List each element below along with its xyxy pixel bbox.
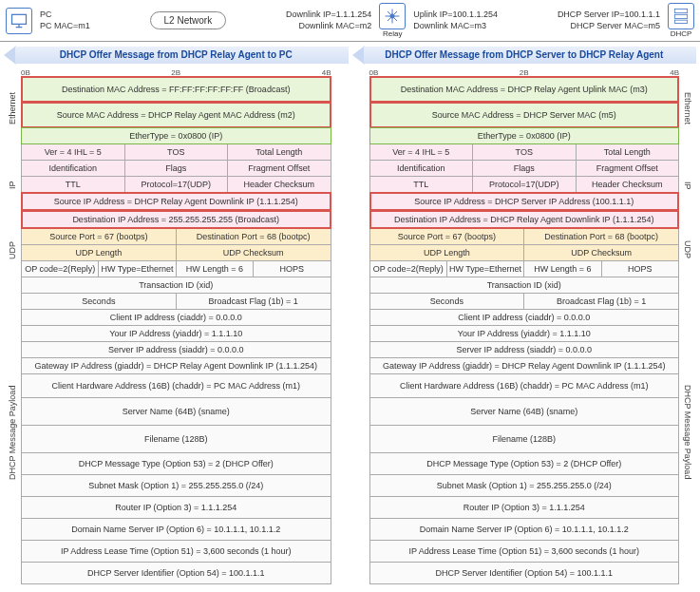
pay-file: Filename (128B) — [21, 425, 331, 453]
payload-label-r: DHCP Message Payload — [681, 276, 694, 588]
pay-o51: IP Address Lease Time (Option 51) = 3,60… — [21, 540, 331, 563]
server-ip: DHCP Server IP=100.1.1.1 — [558, 10, 660, 21]
pay-o3: Router IP (Option 3) = 1.1.1.254 — [21, 496, 331, 519]
pay-o51-r: IP Address Lease Time (Option 51) = 3,60… — [369, 540, 680, 563]
pay-xid: Transaction ID (xid) — [21, 277, 331, 294]
right-arrow: DHCP Offer Message from DHCP Server to D… — [352, 46, 697, 67]
pay-op: OP code=2(Reply)HW Type=EthernetHW Lengt… — [21, 261, 331, 277]
payload-label: DHCP Message Payload — [6, 276, 19, 588]
svg-point-1 — [390, 14, 395, 19]
packet-diagrams: DHCP Offer Message from DHCP Relay Agent… — [0, 42, 700, 588]
svg-rect-4 — [674, 20, 687, 23]
pay-sname-r: Server Name (64B) (sname) — [369, 397, 680, 426]
pay-chaddr: Client Hardware Address (16B) (chaddr) =… — [21, 373, 331, 398]
ethernet-label: Ethernet — [6, 80, 19, 137]
pay-siaddr-r: Server IP address (siaddr) = 0.0.0.0 — [369, 341, 680, 358]
pay-file-r: Filename (128B) — [369, 425, 680, 453]
relay-label: Relay — [379, 29, 406, 38]
left-arrow: DHCP Offer Message from DHCP Relay Agent… — [4, 46, 349, 67]
ip-label-r: IP — [681, 143, 694, 228]
pay-o3-r: Router IP (Option 3) = 1.1.1.254 — [369, 496, 680, 519]
pay-sec: SecondsBroadcast Flag (1b) = 1 — [21, 294, 331, 310]
svg-rect-2 — [674, 10, 687, 13]
pay-siaddr: Server IP address (siaddr) = 0.0.0.0 — [21, 341, 331, 358]
relay-icon — [379, 3, 406, 29]
svg-rect-3 — [674, 14, 687, 18]
pay-o53: DHCP Message Type (Option 53) = 2 (DHCP … — [21, 452, 331, 475]
pay-op-r: OP code=2(Reply)HW Type=EthernetHW Lengt… — [369, 261, 680, 277]
pay-o1-r: Subnet Mask (Option 1) = 255.255.255.0 (… — [369, 474, 680, 497]
eth-dst: Destination MAC Address = FF:FF:FF:FF:FF… — [21, 76, 331, 103]
udp-label: UDP — [6, 234, 19, 266]
right-title: DHCP Offer Message from DHCP Server to D… — [352, 49, 697, 60]
downlink-ip: Downlink IP=1.1.1.254 — [286, 10, 371, 21]
uplink-ip: Uplink IP=100.1.1.254 — [413, 10, 498, 21]
pay-o54: DHCP Server Identifier (Option 54) = 100… — [21, 562, 331, 584]
pay-chaddr-r: Client Hardware Address (16B) (chaddr) =… — [369, 373, 680, 398]
pay-xid-r: Transaction ID (xid) — [369, 277, 680, 294]
ip-row1: Ver = 4 IHL = 5TOSTotal Length — [21, 144, 331, 161]
right-packet: DHCP Offer Message from DHCP Server to D… — [352, 46, 697, 584]
ip-src-r: Source IP Address = DHCP Server IP Addre… — [369, 192, 680, 211]
eth-dst-r: Destination MAC Address = DHCP Relay Age… — [369, 76, 680, 103]
ip-row2: IdentificationFlagsFragment Offset — [21, 161, 331, 177]
ip-row3-r: TTLProtocol=17(UDP)Header Checksum — [369, 177, 680, 193]
server-mac: DHCP Server MAC=m5 — [558, 21, 660, 32]
ip-row1-r: Ver = 4 IHL = 5TOSTotal Length — [369, 144, 680, 161]
eth-type-r: EtherType = 0x0800 (IP) — [369, 127, 680, 144]
pc-mac: PC MAC=m1 — [40, 21, 90, 32]
pay-o6-r: Domain Name Server IP (Option 6) = 10.1.… — [369, 518, 680, 541]
eth-src-r: Source MAC Address = DHCP Server MAC (m5… — [369, 102, 680, 128]
pc-icon — [6, 8, 32, 34]
ip-label: IP — [6, 143, 19, 228]
left-packet: DHCP Offer Message from DHCP Relay Agent… — [4, 46, 349, 584]
uplink-mac: Downlink MAC=m3 — [413, 21, 498, 32]
pc-label: PC — [40, 10, 90, 21]
pay-o1: Subnet Mask (Option 1) = 255.255.255.0 (… — [21, 474, 331, 497]
pay-ciaddr: Client IP address (ciaddr) = 0.0.0.0 — [21, 309, 331, 326]
l2-network-label: L2 Network — [150, 11, 227, 29]
dhcp-label: DHCP — [668, 29, 694, 38]
udp-len-ck-r: UDP LengthUDP Checksum — [369, 245, 680, 261]
ip-dst: Destination IP Address = 255.255.255.255… — [21, 210, 331, 229]
pay-o54-r: DHCP Server Identifier (Option 54) = 100… — [369, 562, 680, 584]
svg-rect-0 — [12, 14, 27, 24]
downlink-mac: Downlink MAC=m2 — [286, 21, 371, 32]
eth-src: Source MAC Address = DHCP Relay Agent MA… — [21, 102, 331, 128]
udp-label-r: UDP — [681, 234, 694, 266]
pay-giaddr: Gateway IP Address (giaddr) = DHCP Relay… — [21, 357, 331, 374]
udp-ports-r: Source Port = 67 (bootps)Destination Por… — [369, 229, 680, 245]
ip-src: Source IP Address = DHCP Relay Agent Dow… — [21, 192, 331, 211]
pay-yiaddr-r: Your IP Address (yiaddr) = 1.1.1.10 — [369, 325, 680, 342]
udp-ports: Source Port = 67 (bootps)Destination Por… — [21, 229, 331, 245]
pay-sec-r: SecondsBroadcast Flag (1b) = 1 — [369, 294, 680, 310]
eth-type: EtherType = 0x0800 (IP) — [21, 127, 331, 144]
pay-ciaddr-r: Client IP address (ciaddr) = 0.0.0.0 — [369, 309, 680, 326]
pay-giaddr-r: Gateway IP Address (giaddr) = DHCP Relay… — [369, 357, 680, 374]
left-title: DHCP Offer Message from DHCP Relay Agent… — [4, 49, 349, 60]
ip-row3: TTLProtocol=17(UDP)Header Checksum — [21, 177, 331, 193]
ip-dst-r: Destination IP Address = DHCP Relay Agen… — [369, 210, 680, 229]
network-topology-bar: PCPC MAC=m1 L2 Network Downlink IP=1.1.1… — [0, 0, 700, 42]
ethernet-label-r: Ethernet — [681, 80, 694, 137]
ip-row2-r: IdentificationFlagsFragment Offset — [369, 161, 680, 177]
pay-o53-r: DHCP Message Type (Option 53) = 2 (DHCP … — [369, 452, 680, 475]
udp-len-ck: UDP LengthUDP Checksum — [21, 245, 331, 261]
pay-o6: Domain Name Server IP (Option 6) = 10.1.… — [21, 518, 331, 541]
pay-sname: Server Name (64B) (sname) — [21, 397, 331, 426]
dhcp-server-icon — [668, 3, 694, 29]
pay-yiaddr: Your IP Address (yiaddr) = 1.1.1.10 — [21, 325, 331, 342]
